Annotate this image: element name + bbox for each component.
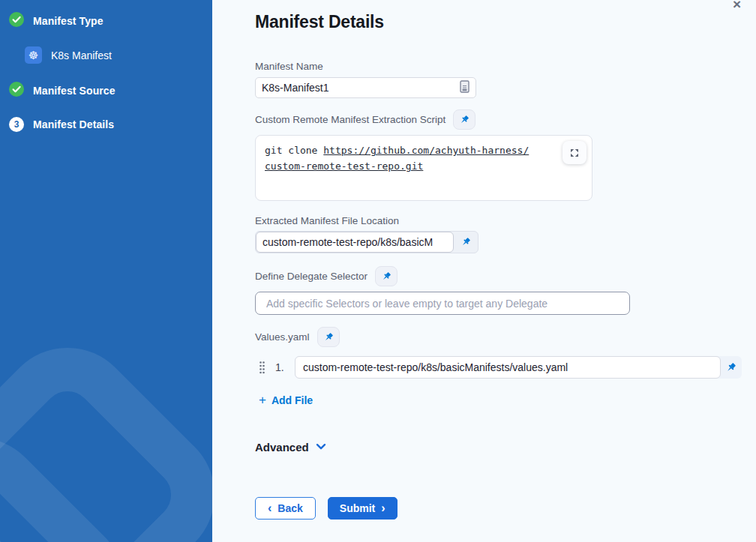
runtime-input-pin-button[interactable] — [375, 266, 398, 286]
extracted-location-field-wrap — [255, 231, 478, 253]
back-button-label: Back — [278, 502, 302, 514]
manifest-name-input[interactable] — [262, 82, 460, 94]
delegate-selector-input[interactable] — [255, 292, 630, 315]
manifest-name-label: Manifest Name — [255, 61, 746, 72]
page-title: Manifest Details — [255, 12, 746, 32]
advanced-label: Advanced — [255, 441, 309, 454]
wizard-footer: ‹ Back Submit › — [255, 497, 746, 520]
sidebar-item-k8s-manifest[interactable]: ☸ K8s Manifest — [25, 46, 203, 64]
wizard-sidebar: Manifest Type ☸ K8s Manifest Manifest So… — [0, 0, 212, 542]
runtime-input-pin-button[interactable] — [317, 327, 340, 347]
delegate-selector-label: Define Delegate Selector — [255, 271, 368, 282]
step-label: Manifest Details — [33, 118, 114, 130]
kubernetes-icon: ☸ — [25, 46, 42, 64]
script-url-part1: https://github.com/achyuth-harness/ — [323, 145, 529, 156]
script-command: git clone — [265, 145, 323, 156]
submit-button-label: Submit — [340, 502, 375, 514]
plus-icon: + — [259, 394, 266, 406]
pin-icon — [323, 332, 334, 343]
sidebar-step-manifest-source[interactable]: Manifest Source — [9, 82, 203, 100]
step-label: Manifest Type — [33, 15, 104, 27]
text-field-type-icon[interactable] — [460, 80, 470, 96]
extraction-script-label: Custom Remote Manifest Extraction Script — [255, 114, 446, 125]
pin-icon — [381, 271, 392, 282]
add-file-label: Add File — [272, 394, 313, 406]
advanced-section-toggle[interactable]: Advanced — [255, 440, 746, 454]
sidebar-step-manifest-type[interactable]: Manifest Type — [9, 12, 203, 30]
values-path-input[interactable] — [295, 356, 721, 379]
substep-label: K8s Manifest — [51, 49, 112, 61]
values-yaml-label: Values.yaml — [255, 331, 310, 343]
runtime-input-pin-button[interactable] — [453, 109, 476, 130]
pin-icon — [460, 237, 471, 247]
submit-button[interactable]: Submit › — [328, 497, 398, 520]
step-label: Manifest Source — [33, 85, 116, 97]
values-yaml-row: 1. — [255, 356, 746, 379]
step-number-badge: 3 — [9, 117, 24, 132]
chevron-right-icon: › — [381, 502, 385, 514]
chevron-down-icon — [316, 440, 326, 454]
manifest-name-field-wrap — [255, 77, 476, 98]
chevron-left-icon: ‹ — [268, 502, 272, 514]
expand-icon — [569, 148, 580, 158]
sidebar-step-manifest-details[interactable]: 3 Manifest Details — [9, 117, 203, 132]
extraction-script-editor[interactable]: git clone https://github.com/achyuth-har… — [255, 135, 592, 201]
row-index: 1. — [275, 361, 295, 373]
script-url-part2: custom-remote-test-repo.git — [265, 160, 423, 172]
close-icon[interactable]: × — [733, 0, 741, 11]
pin-icon — [459, 115, 470, 125]
check-circle-icon — [9, 12, 24, 30]
manifest-details-panel: × Manifest Details Manifest Name Custom … — [212, 0, 756, 542]
back-button[interactable]: ‹ Back — [255, 497, 316, 520]
drag-handle-icon[interactable] — [259, 361, 266, 374]
extracted-location-label: Extracted Manifest File Location — [255, 215, 746, 226]
extracted-location-input[interactable] — [256, 232, 454, 253]
pin-icon — [725, 362, 736, 373]
runtime-input-pin-button[interactable] — [454, 237, 478, 247]
values-path-field-wrap — [295, 356, 742, 379]
check-circle-icon — [9, 82, 24, 100]
add-file-button[interactable]: + Add File — [259, 394, 313, 406]
runtime-input-pin-button[interactable] — [721, 362, 740, 373]
expand-editor-button[interactable] — [562, 141, 586, 164]
